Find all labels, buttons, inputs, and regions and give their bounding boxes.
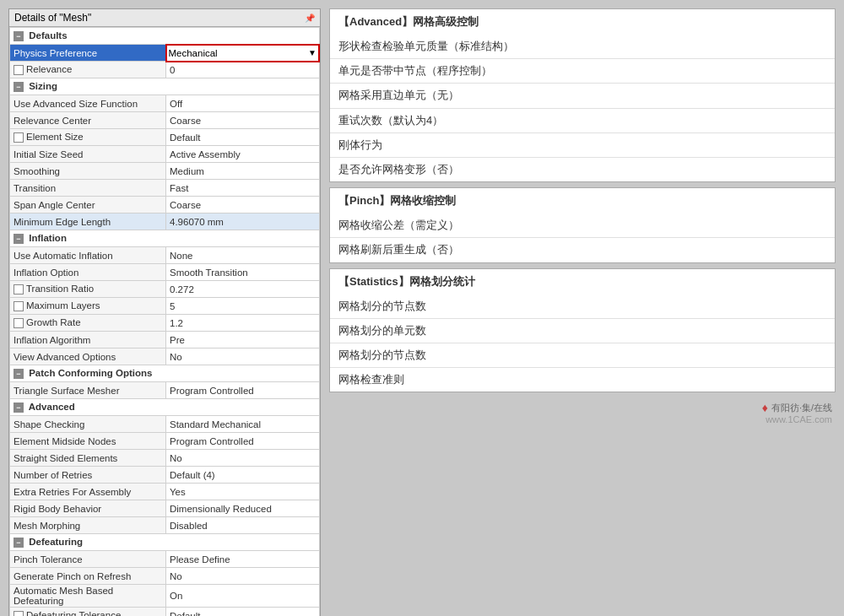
shape-checking-value: Standard Mechanical: [166, 416, 320, 433]
section-defaults-label: Defaults: [29, 30, 67, 41]
row-auto-inflation: Use Automatic Inflation None: [10, 247, 320, 264]
auto-mesh-value: On: [166, 585, 320, 608]
row-extra-retries: Extra Retries For Assembly Yes: [10, 484, 320, 500]
row-span-angle: Span Angle Center Coarse: [10, 197, 320, 213]
gen-pinch-value: No: [166, 568, 320, 585]
inflation-algo-name: Inflation Algorithm: [10, 332, 166, 349]
straight-sided-value: No: [166, 450, 320, 467]
section-defeaturing-label: Defeaturing: [29, 537, 83, 547]
panel-title: Details of "Mesh": [14, 12, 91, 24]
section-patch: − Patch Conforming Options: [10, 365, 320, 382]
row-relevance-center: Relevance Center Coarse: [10, 112, 320, 129]
section-sizing-label: Sizing: [29, 81, 57, 91]
row-gen-pinch: Generate Pinch on Refresh No: [10, 568, 320, 585]
pinch-tolerance-name: Pinch Tolerance: [10, 551, 166, 568]
auto-mesh-name: Automatic Mesh Based Defeaturing: [10, 585, 166, 608]
view-advanced-name: View Advanced Options: [10, 349, 166, 365]
row-mesh-morphing: Mesh Morphing Disabled: [10, 517, 320, 534]
extra-retries-value: Yes: [166, 484, 320, 500]
triangle-mesher-name: Triangle Surface Mesher: [10, 382, 166, 399]
stats-item-3: 网格划分的节点数: [330, 343, 835, 368]
initial-size-name: Initial Size Seed: [10, 146, 166, 163]
inflation-algo-value: Pre: [166, 332, 320, 349]
collapse-icon-inflation[interactable]: −: [14, 234, 24, 244]
inflation-option-name: Inflation Option: [10, 264, 166, 281]
stats-item-1: 网格划分的节点数: [330, 294, 835, 319]
midside-nodes-name: Element Midside Nodes: [10, 433, 166, 450]
advanced-size-name: Use Advanced Size Function: [10, 95, 166, 112]
panel-title-bar: Details of "Mesh" 📌: [9, 9, 320, 27]
relevance-checkbox[interactable]: [14, 65, 24, 75]
mesh-morphing-value: Disabled: [166, 517, 320, 534]
stats-item-2: 网格划分的单元数: [330, 319, 835, 343]
row-relevance: Relevance 0: [10, 62, 320, 78]
transition-ratio-checkbox[interactable]: [14, 284, 24, 294]
details-panel: Details of "Mesh" 📌 − Defaults Physics P…: [8, 8, 321, 616]
auto-inflation-value: None: [166, 247, 320, 264]
advanced-box-title: 【Advanced】网格高级控制: [330, 9, 835, 35]
properties-table: − Defaults Physics Preference Mechanical…: [9, 27, 320, 616]
growth-rate-checkbox[interactable]: [14, 318, 24, 328]
defeaturing-tol-checkbox[interactable]: [14, 611, 24, 616]
advanced-item-4: 重试次数（默认为4）: [330, 109, 835, 133]
growth-rate-name: Growth Rate: [10, 315, 166, 332]
rigid-body-name: Rigid Body Behavior: [10, 500, 166, 517]
transition-ratio-value: 0.272: [166, 281, 320, 298]
row-element-size: Element Size Default: [10, 129, 320, 146]
site-text: www.1CAE.com: [329, 414, 832, 424]
rigid-body-value: Dimensionally Reduced: [166, 500, 320, 517]
stats-item-4: 网格检查准则: [330, 368, 835, 392]
row-midside-nodes: Element Midside Nodes Program Controlled: [10, 433, 320, 450]
section-inflation-label: Inflation: [29, 233, 67, 243]
midside-nodes-value: Program Controlled: [166, 433, 320, 450]
watermark-text: 有阳彷·集/在线: [771, 402, 832, 414]
collapse-icon-sizing[interactable]: −: [14, 82, 24, 92]
pinch-box-title: 【Pinch】网格收缩控制: [330, 188, 835, 213]
advanced-item-1: 形状检查检验单元质量（标准结构）: [330, 35, 835, 59]
physics-preference-value[interactable]: Mechanical ▼: [166, 45, 320, 62]
section-advanced: − Advanced: [10, 399, 320, 416]
right-panel: 【Advanced】网格高级控制 形状检查检验单元质量（标准结构） 单元是否带中…: [329, 8, 836, 616]
defeaturing-tol-name: Defeaturing Tolerance: [10, 608, 166, 617]
pinch-tolerance-value: Please Define: [166, 551, 320, 568]
pin-icon[interactable]: 📌: [305, 14, 315, 23]
transition-name: Transition: [10, 180, 166, 197]
extra-retries-name: Extra Retries For Assembly: [10, 484, 166, 500]
collapse-icon-patch[interactable]: −: [14, 369, 24, 379]
element-size-value: Default: [166, 129, 320, 146]
max-layers-checkbox[interactable]: [14, 301, 24, 311]
pinch-item-1: 网格收缩公差（需定义）: [330, 213, 835, 238]
collapse-icon-advanced[interactable]: −: [14, 403, 24, 413]
row-inflation-algo: Inflation Algorithm Pre: [10, 332, 320, 349]
row-growth-rate: Growth Rate 1.2: [10, 315, 320, 332]
row-initial-size: Initial Size Seed Active Assembly: [10, 146, 320, 163]
advanced-size-value: Off: [166, 95, 320, 112]
section-defeaturing: − Defeaturing: [10, 534, 320, 551]
watermark-area: ♦ 有阳彷·集/在线 www.1CAE.com: [329, 401, 836, 424]
relevance-center-name: Relevance Center: [10, 112, 166, 129]
straight-sided-name: Straight Sided Elements: [10, 450, 166, 467]
collapse-icon-defaults[interactable]: −: [14, 31, 24, 41]
statistics-box-title: 【Statistics】网格划分统计: [330, 269, 835, 294]
max-layers-name: Maximum Layers: [10, 298, 166, 315]
num-retries-name: Number of Retries: [10, 467, 166, 484]
section-advanced-label: Advanced: [29, 402, 75, 412]
gen-pinch-name: Generate Pinch on Refresh: [10, 568, 166, 585]
min-edge-value: 4.96070 mm: [166, 213, 320, 230]
row-triangle-mesher: Triangle Surface Mesher Program Controll…: [10, 382, 320, 399]
advanced-item-5: 刚体行为: [330, 133, 835, 158]
transition-value: Fast: [166, 180, 320, 197]
relevance-center-value: Coarse: [166, 112, 320, 129]
advanced-item-6: 是否允许网格变形（否）: [330, 158, 835, 181]
auto-inflation-name: Use Automatic Inflation: [10, 247, 166, 264]
pinch-item-2: 网格刷新后重生成（否）: [330, 238, 835, 262]
pinch-info-box: 【Pinch】网格收缩控制 网格收缩公差（需定义） 网格刷新后重生成（否）: [329, 187, 836, 262]
collapse-icon-defeaturing[interactable]: −: [14, 538, 24, 548]
smoothing-value: Medium: [166, 163, 320, 180]
dropdown-arrow-physics[interactable]: ▼: [308, 48, 316, 57]
advanced-item-2: 单元是否带中节点（程序控制）: [330, 59, 835, 84]
element-size-checkbox[interactable]: [14, 132, 24, 143]
row-physics-preference: Physics Preference Mechanical ▼: [10, 45, 320, 62]
growth-rate-value: 1.2: [166, 315, 320, 332]
section-inflation: − Inflation: [10, 230, 320, 247]
